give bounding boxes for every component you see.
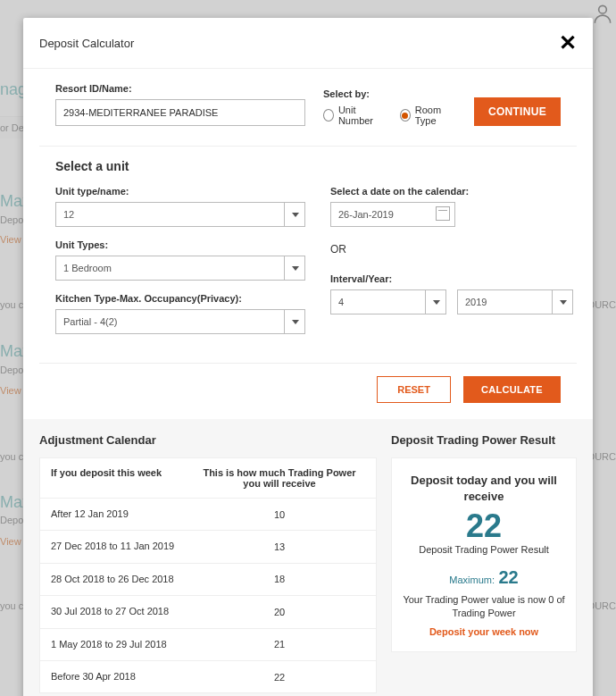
trading-power-result-box: Deposit today and you will receive 22 De… bbox=[391, 457, 577, 652]
chevron-down-icon bbox=[552, 289, 573, 314]
select-unit-heading: Select a unit bbox=[55, 159, 561, 173]
radio-label: Unit Number bbox=[338, 105, 384, 126]
adjustment-calendar-title: Adjustment Calendar bbox=[39, 433, 377, 447]
radio-label: Room Type bbox=[415, 105, 456, 126]
continue-button[interactable]: CONTINUE bbox=[474, 97, 561, 126]
maximum-value: 22 bbox=[498, 567, 518, 587]
close-icon[interactable]: ✕ bbox=[559, 30, 577, 55]
kitchen-type-label: Kitchen Type-Max. Occupancy(Privacy): bbox=[55, 293, 305, 304]
calendar-icon[interactable] bbox=[436, 206, 450, 221]
table-row: After 12 Jan 201910 bbox=[40, 499, 376, 531]
interval-year-label: Interval/Year: bbox=[330, 273, 573, 284]
chevron-down-icon bbox=[284, 309, 305, 334]
chevron-down-icon bbox=[284, 202, 305, 227]
period-cell: 1 May 2018 to 29 Jul 2018 bbox=[51, 638, 194, 651]
trading-power-text: Your Trading Power value is now 0 of Tra… bbox=[401, 593, 567, 621]
radio-icon bbox=[323, 109, 334, 122]
calculate-button[interactable]: CALCULATE bbox=[463, 376, 561, 403]
table-row: 1 May 2018 to 29 Jul 201821 bbox=[40, 629, 376, 661]
table-row: 30 Jul 2018 to 27 Oct 201820 bbox=[40, 596, 376, 628]
power-cell: 10 bbox=[194, 509, 365, 520]
period-cell: 30 Jul 2018 to 27 Oct 2018 bbox=[51, 605, 194, 618]
power-cell: 18 bbox=[194, 574, 365, 584]
select-value: Partial - 4(2) bbox=[55, 309, 305, 334]
result-big-value: 22 bbox=[401, 508, 567, 544]
power-cell: 21 bbox=[194, 639, 365, 650]
radio-icon bbox=[400, 109, 411, 122]
interval-select[interactable]: 4 bbox=[330, 289, 446, 314]
resort-id-input[interactable] bbox=[55, 99, 305, 126]
period-cell: 28 Oct 2018 to 26 Dec 2018 bbox=[51, 573, 194, 586]
reset-button[interactable]: RESET bbox=[377, 376, 451, 403]
chevron-down-icon bbox=[284, 256, 305, 281]
table-header-power: This is how much Trading Power you will … bbox=[194, 467, 365, 489]
power-cell: 20 bbox=[194, 607, 365, 617]
year-select[interactable]: 2019 bbox=[457, 289, 573, 314]
select-value: 12 bbox=[55, 202, 305, 227]
modal-title: Deposit Calculator bbox=[39, 37, 134, 50]
unit-type-name-label: Unit type/name: bbox=[55, 186, 305, 197]
deposit-week-link[interactable]: Deposit your week now bbox=[401, 626, 567, 637]
adjustment-table: If you deposit this week This is how muc… bbox=[39, 457, 377, 693]
unit-type-name-select[interactable]: 12 bbox=[55, 202, 305, 227]
chevron-down-icon bbox=[425, 289, 446, 314]
result-subtitle: Deposit Trading Power Result bbox=[401, 544, 567, 555]
or-divider: OR bbox=[330, 243, 573, 256]
result-heading: Deposit today and you will receive bbox=[401, 473, 567, 505]
power-cell: 22 bbox=[194, 672, 365, 683]
select-by-label: Select by: bbox=[323, 88, 456, 99]
period-cell: Before 30 Apr 2018 bbox=[51, 670, 194, 683]
trading-power-result-title: Deposit Trading Power Result bbox=[391, 433, 577, 447]
resort-id-label: Resort ID/Name: bbox=[55, 83, 305, 94]
select-value: 1 Bedroom bbox=[55, 256, 305, 281]
deposit-calculator-modal: Deposit Calculator ✕ Resort ID/Name: Sel… bbox=[23, 18, 593, 696]
date-input[interactable] bbox=[330, 202, 455, 227]
unit-types-select[interactable]: 1 Bedroom bbox=[55, 256, 305, 281]
table-row: Before 30 Apr 201822 bbox=[40, 661, 376, 692]
period-cell: 27 Dec 2018 to 11 Jan 2019 bbox=[51, 540, 194, 553]
unit-types-label: Unit Types: bbox=[55, 239, 305, 250]
table-row: 27 Dec 2018 to 11 Jan 201913 bbox=[40, 531, 376, 563]
kitchen-type-select[interactable]: Partial - 4(2) bbox=[55, 309, 305, 334]
modal-header: Deposit Calculator ✕ bbox=[23, 18, 593, 69]
table-header-period: If you deposit this week bbox=[51, 467, 194, 489]
power-cell: 13 bbox=[194, 541, 365, 552]
table-row: 28 Oct 2018 to 26 Dec 201818 bbox=[40, 564, 376, 596]
period-cell: After 12 Jan 2019 bbox=[51, 507, 194, 521]
radio-room-type[interactable]: Room Type bbox=[400, 105, 456, 126]
maximum-label: Maximum: bbox=[449, 574, 495, 585]
select-date-label: Select a date on the calendar: bbox=[330, 186, 573, 197]
radio-unit-number[interactable]: Unit Number bbox=[323, 105, 384, 126]
